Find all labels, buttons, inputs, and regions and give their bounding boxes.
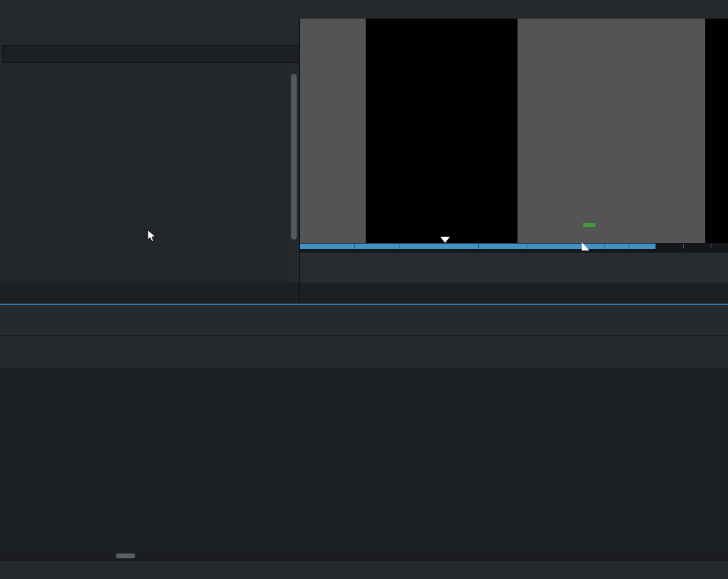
- left-dock-tabbar: [0, 283, 299, 304]
- menu-bar: [0, 0, 728, 19]
- project-monitor-frame: [705, 19, 728, 243]
- clip-monitor-video: [300, 19, 582, 243]
- clip-monitor-panel: [300, 19, 582, 304]
- clip-monitor-frame: [366, 19, 518, 243]
- project-monitor-tabbar: [582, 283, 728, 304]
- clip-monitor-controls: [300, 253, 582, 282]
- project-monitor-video: [582, 19, 705, 243]
- project-monitor-panel: [582, 19, 728, 304]
- clip-monitor-seekbar[interactable]: [300, 243, 582, 253]
- timeline: [0, 336, 728, 560]
- effects-tree: [0, 65, 289, 283]
- kdenlive-window: [0, 0, 728, 579]
- hscroll-thumb[interactable]: [116, 553, 135, 558]
- effects-search-input[interactable]: [2, 45, 302, 63]
- timeline-corner: [0, 336, 114, 368]
- effects-panel: [0, 19, 299, 304]
- status-bar: [0, 560, 728, 579]
- clip-monitor-playhead[interactable]: [440, 237, 450, 243]
- effects-toolbar: [0, 19, 299, 43]
- clip-monitor-tabbar: [300, 283, 582, 304]
- timeline-hscrollbar[interactable]: [0, 552, 728, 560]
- in-point-overlay: [583, 223, 596, 227]
- project-monitor-seekbar[interactable]: [582, 243, 728, 253]
- timeline-ruler[interactable]: [114, 336, 728, 368]
- project-monitor-controls: [582, 253, 728, 282]
- effects-scrollbar[interactable]: [291, 74, 297, 239]
- timeline-toolbar: [0, 304, 728, 336]
